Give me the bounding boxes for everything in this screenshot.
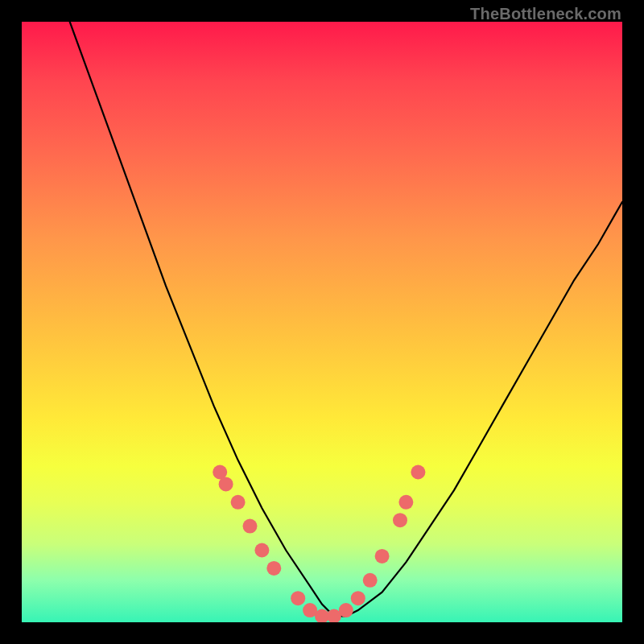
curve-layer [22, 22, 622, 622]
highlight-dot [266, 561, 281, 576]
highlight-dot [393, 513, 407, 527]
highlight-dot [219, 477, 233, 491]
highlight-dot [363, 573, 378, 588]
highlight-dot [243, 519, 258, 534]
highlight-dot [254, 543, 269, 558]
highlight-dot [339, 603, 353, 617]
attribution-text: TheBottleneck.com [470, 5, 621, 23]
highlight-dot [351, 591, 365, 605]
highlight-dot [291, 591, 305, 605]
bottleneck-curve [70, 22, 622, 617]
highlight-dot [411, 465, 425, 480]
chart-frame: TheBottleneck.com [0, 0, 644, 644]
highlight-dot [398, 495, 413, 510]
plot-area [22, 22, 622, 622]
highlight-dot [375, 549, 390, 564]
highlight-dot [231, 495, 246, 510]
